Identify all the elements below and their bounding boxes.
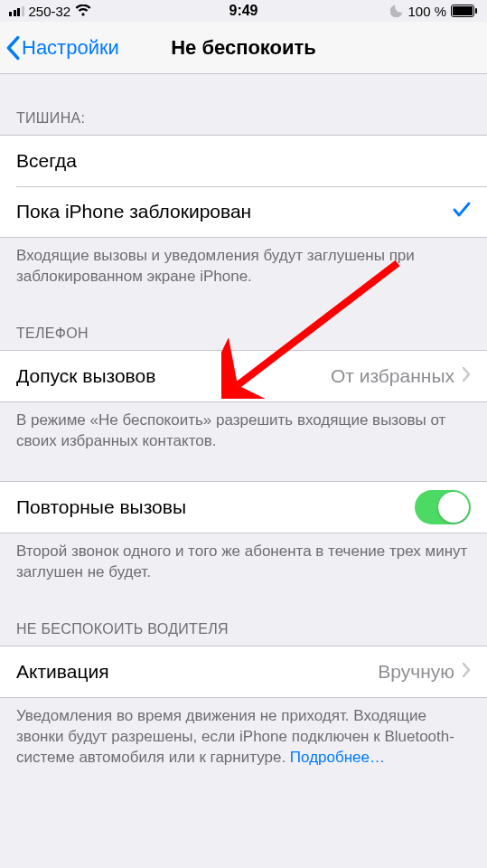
page-title: Не беспокоить [171, 36, 316, 60]
battery-percent: 100 % [407, 4, 446, 19]
moon-icon [390, 5, 403, 17]
allow-calls-value: От избранных [331, 365, 454, 387]
activation-label: Активация [16, 661, 378, 683]
svg-rect-1 [453, 6, 473, 15]
silence-footer: Входящие вызовы и уведомления будут загл… [0, 238, 487, 300]
allow-calls-label: Допуск вызовов [16, 365, 331, 387]
switch-knob [438, 492, 469, 523]
silence-always-row[interactable]: Всегда [0, 136, 487, 186]
repeated-calls-label: Повторные вызовы [16, 496, 415, 518]
section-header-phone: Телефон [0, 300, 487, 350]
allow-calls-row[interactable]: Допуск вызовов От избранных [0, 351, 487, 401]
svg-rect-2 [475, 8, 477, 14]
silence-while-locked-label: Пока iPhone заблокирован [16, 201, 453, 222]
chevron-right-icon [462, 365, 471, 387]
phone-footer: В режиме «Не беспокоить» разрешить входя… [0, 402, 487, 465]
wifi-icon [75, 5, 91, 17]
status-bar: 250-32 9:49 100 % [0, 0, 487, 22]
chevron-left-icon [5, 35, 20, 61]
activation-row[interactable]: Активация Вручную [0, 646, 487, 697]
driving-footer-text: Уведомления во время движения не приходя… [16, 707, 454, 766]
repeated-footer: Второй звонок одного и того же абонента … [0, 533, 487, 596]
repeated-calls-row[interactable]: Повторные вызовы [0, 482, 487, 533]
activation-value: Вручную [378, 661, 454, 683]
checkmark-icon [453, 201, 471, 222]
status-time: 9:49 [229, 3, 258, 19]
silence-always-label: Всегда [16, 150, 471, 172]
silence-while-locked-row[interactable]: Пока iPhone заблокирован [0, 186, 487, 237]
battery-icon [451, 5, 478, 17]
back-label: Настройки [22, 36, 119, 60]
back-button[interactable]: Настройки [5, 35, 119, 61]
settings-content: Тишина: Всегда Пока iPhone заблокирован … [0, 74, 487, 780]
section-header-silence: Тишина: [0, 74, 487, 135]
driving-footer: Уведомления во время движения не приходя… [0, 698, 487, 781]
carrier-label: 250-32 [29, 4, 71, 19]
chevron-right-icon [462, 661, 471, 683]
signal-icon [9, 6, 24, 16]
section-header-driving: Не беспокоить водителя [0, 596, 487, 646]
navigation-bar: Настройки Не беспокоить [0, 22, 487, 74]
learn-more-link[interactable]: Подробнее… [290, 749, 385, 766]
repeated-calls-toggle[interactable] [415, 490, 471, 524]
